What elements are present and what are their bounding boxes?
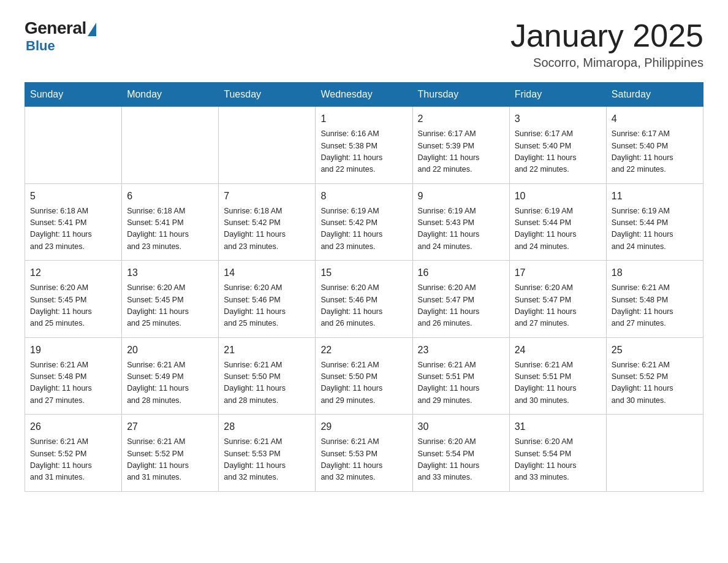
calendar-cell [122,107,219,184]
calendar-cell: 27Sunrise: 6:21 AM Sunset: 5:52 PM Dayli… [122,415,219,492]
day-number: 28 [224,419,310,434]
day-number: 5 [30,189,116,204]
calendar-cell: 28Sunrise: 6:21 AM Sunset: 5:53 PM Dayli… [219,415,316,492]
day-info: Sunrise: 6:21 AM Sunset: 5:51 PM Dayligh… [418,359,504,407]
day-info: Sunrise: 6:17 AM Sunset: 5:40 PM Dayligh… [515,128,601,176]
calendar-cell: 3Sunrise: 6:17 AM Sunset: 5:40 PM Daylig… [509,107,606,184]
day-number: 22 [320,343,407,358]
calendar-table: Sunday Monday Tuesday Wednesday Thursday… [25,82,703,492]
header-thursday: Thursday [412,83,509,107]
calendar-cell: 26Sunrise: 6:21 AM Sunset: 5:52 PM Dayli… [25,415,122,492]
calendar-week-row: 12Sunrise: 6:20 AM Sunset: 5:45 PM Dayli… [25,261,703,338]
day-info: Sunrise: 6:21 AM Sunset: 5:53 PM Dayligh… [320,436,407,484]
day-number: 2 [418,112,504,126]
day-number: 30 [418,419,504,434]
calendar-cell [219,107,316,184]
calendar-cell: 29Sunrise: 6:21 AM Sunset: 5:53 PM Dayli… [316,415,412,492]
header-tuesday: Tuesday [219,83,316,107]
day-number: 7 [224,189,310,204]
calendar-cell: 20Sunrise: 6:21 AM Sunset: 5:49 PM Dayli… [122,337,219,415]
calendar-cell: 4Sunrise: 6:17 AM Sunset: 5:40 PM Daylig… [606,107,703,184]
calendar-cell: 18Sunrise: 6:21 AM Sunset: 5:48 PM Dayli… [606,261,703,338]
logo-triangle-icon [88,23,96,36]
location-text: Socorro, Mimaropa, Philippines [510,56,703,70]
day-number: 21 [224,343,310,358]
day-info: Sunrise: 6:20 AM Sunset: 5:54 PM Dayligh… [515,436,601,484]
month-title: January 2025 [510,18,703,53]
calendar-cell: 10Sunrise: 6:19 AM Sunset: 5:44 PM Dayli… [509,183,606,261]
calendar-cell: 22Sunrise: 6:21 AM Sunset: 5:50 PM Dayli… [316,337,412,415]
day-info: Sunrise: 6:16 AM Sunset: 5:38 PM Dayligh… [320,128,407,176]
calendar-week-row: 1Sunrise: 6:16 AM Sunset: 5:38 PM Daylig… [25,107,703,184]
day-number: 11 [612,189,698,204]
day-info: Sunrise: 6:20 AM Sunset: 5:45 PM Dayligh… [30,282,116,330]
calendar-cell: 16Sunrise: 6:20 AM Sunset: 5:47 PM Dayli… [412,261,509,338]
day-info: Sunrise: 6:19 AM Sunset: 5:43 PM Dayligh… [418,205,504,253]
calendar-cell: 8Sunrise: 6:19 AM Sunset: 5:42 PM Daylig… [316,183,412,261]
day-number: 27 [127,419,213,434]
day-info: Sunrise: 6:18 AM Sunset: 5:41 PM Dayligh… [30,205,116,253]
day-number: 26 [30,419,116,434]
day-number: 29 [320,419,407,434]
day-number: 16 [418,266,504,280]
header-wednesday: Wednesday [316,83,412,107]
calendar-cell: 15Sunrise: 6:20 AM Sunset: 5:46 PM Dayli… [316,261,412,338]
calendar-header-row: Sunday Monday Tuesday Wednesday Thursday… [25,83,703,107]
day-number: 24 [515,343,601,358]
day-info: Sunrise: 6:20 AM Sunset: 5:45 PM Dayligh… [127,282,213,330]
day-number: 13 [127,266,213,280]
calendar-cell: 30Sunrise: 6:20 AM Sunset: 5:54 PM Dayli… [412,415,509,492]
header-sunday: Sunday [25,83,122,107]
day-info: Sunrise: 6:21 AM Sunset: 5:48 PM Dayligh… [612,282,698,330]
day-number: 1 [320,112,407,126]
day-info: Sunrise: 6:19 AM Sunset: 5:44 PM Dayligh… [515,205,601,253]
header-saturday: Saturday [606,83,703,107]
calendar-cell: 11Sunrise: 6:19 AM Sunset: 5:44 PM Dayli… [606,183,703,261]
calendar-cell: 5Sunrise: 6:18 AM Sunset: 5:41 PM Daylig… [25,183,122,261]
calendar-cell: 25Sunrise: 6:21 AM Sunset: 5:52 PM Dayli… [606,337,703,415]
day-info: Sunrise: 6:21 AM Sunset: 5:52 PM Dayligh… [30,436,116,484]
day-info: Sunrise: 6:17 AM Sunset: 5:40 PM Dayligh… [612,128,698,176]
day-info: Sunrise: 6:21 AM Sunset: 5:53 PM Dayligh… [224,436,310,484]
day-info: Sunrise: 6:21 AM Sunset: 5:52 PM Dayligh… [127,436,213,484]
day-number: 23 [418,343,504,358]
calendar-cell: 6Sunrise: 6:18 AM Sunset: 5:41 PM Daylig… [122,183,219,261]
day-info: Sunrise: 6:21 AM Sunset: 5:50 PM Dayligh… [224,359,310,407]
day-info: Sunrise: 6:20 AM Sunset: 5:54 PM Dayligh… [418,436,504,484]
day-info: Sunrise: 6:18 AM Sunset: 5:41 PM Dayligh… [127,205,213,253]
calendar-cell [606,415,703,492]
day-number: 20 [127,343,213,358]
calendar-cell: 13Sunrise: 6:20 AM Sunset: 5:45 PM Dayli… [122,261,219,338]
day-number: 9 [418,189,504,204]
calendar-week-row: 26Sunrise: 6:21 AM Sunset: 5:52 PM Dayli… [25,415,703,492]
day-number: 12 [30,266,116,280]
day-number: 6 [127,189,213,204]
calendar-cell: 21Sunrise: 6:21 AM Sunset: 5:50 PM Dayli… [219,337,316,415]
day-info: Sunrise: 6:20 AM Sunset: 5:46 PM Dayligh… [320,282,407,330]
calendar-week-row: 19Sunrise: 6:21 AM Sunset: 5:48 PM Dayli… [25,337,703,415]
day-number: 15 [320,266,407,280]
day-number: 31 [515,419,601,434]
logo: General Blue [25,18,96,54]
calendar-week-row: 5Sunrise: 6:18 AM Sunset: 5:41 PM Daylig… [25,183,703,261]
day-info: Sunrise: 6:21 AM Sunset: 5:49 PM Dayligh… [127,359,213,407]
day-number: 10 [515,189,601,204]
day-number: 14 [224,266,310,280]
logo-blue-text: Blue [26,38,55,54]
calendar-cell: 1Sunrise: 6:16 AM Sunset: 5:38 PM Daylig… [316,107,412,184]
header-monday: Monday [122,83,219,107]
page-header: General Blue January 2025 Socorro, Mimar… [25,18,703,70]
day-number: 8 [320,189,407,204]
day-info: Sunrise: 6:20 AM Sunset: 5:47 PM Dayligh… [418,282,504,330]
day-info: Sunrise: 6:19 AM Sunset: 5:44 PM Dayligh… [612,205,698,253]
calendar-cell: 17Sunrise: 6:20 AM Sunset: 5:47 PM Dayli… [509,261,606,338]
calendar-cell: 14Sunrise: 6:20 AM Sunset: 5:46 PM Dayli… [219,261,316,338]
day-number: 18 [612,266,698,280]
calendar-cell: 12Sunrise: 6:20 AM Sunset: 5:45 PM Dayli… [25,261,122,338]
day-info: Sunrise: 6:21 AM Sunset: 5:52 PM Dayligh… [612,359,698,407]
day-number: 3 [515,112,601,126]
calendar-cell: 23Sunrise: 6:21 AM Sunset: 5:51 PM Dayli… [412,337,509,415]
day-info: Sunrise: 6:19 AM Sunset: 5:42 PM Dayligh… [320,205,407,253]
calendar-cell: 31Sunrise: 6:20 AM Sunset: 5:54 PM Dayli… [509,415,606,492]
day-number: 17 [515,266,601,280]
